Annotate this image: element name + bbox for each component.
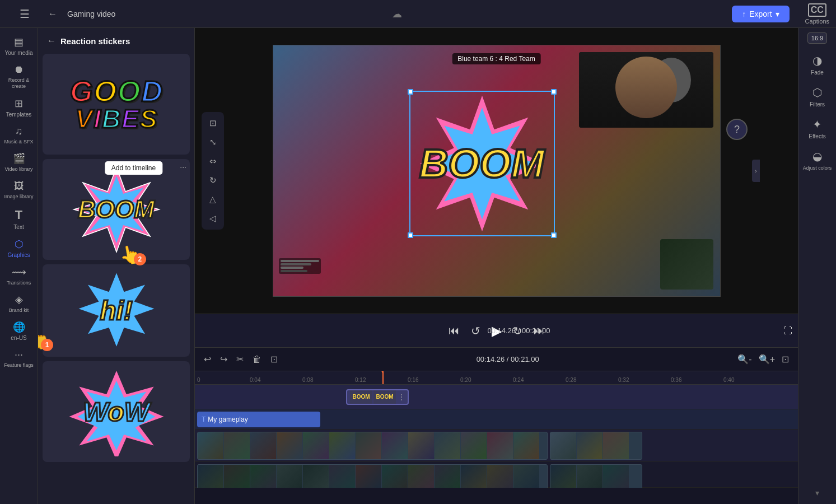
sidebar-label-image-library: Image library — [4, 194, 33, 200]
main-content: ▤ Your media ⏺ Record & create ⊞ Templat… — [0, 28, 836, 504]
rotate-tool-button[interactable]: ↻ — [204, 171, 222, 189]
audio-track — [195, 462, 798, 488]
align-tool-button[interactable]: △ — [204, 190, 222, 208]
audio-frame-8 — [382, 465, 408, 488]
canvas-area: ⊡ ⤡ ⇔ ↻ △ ◁ Blue team 6 : 4 Red Team — [195, 28, 798, 504]
fit-timeline-button[interactable]: ⊡ — [779, 352, 791, 367]
hamburger-button[interactable]: ☰ — [7, 7, 43, 21]
audio-clip-2[interactable] — [550, 464, 642, 488]
cut-button[interactable]: ✂ — [234, 352, 246, 367]
position-tool-button[interactable]: ◁ — [204, 209, 222, 227]
music-icon: ♫ — [15, 125, 23, 137]
sticker-item-good-vibes[interactable]: G O O D V I B E S — [43, 54, 190, 155]
timeline-ruler: 0 0:04 0:08 0:12 0:16 0:20 0:24 0:28 0:3… — [195, 371, 798, 385]
ruler-mark-24: 0:24 — [513, 377, 566, 383]
video-frame-13 — [513, 432, 539, 459]
sidebar-item-en-us[interactable]: 🌐 en-US — [1, 318, 37, 344]
ruler-mark-12: 0:12 — [355, 377, 408, 383]
sticker-more-button-boom[interactable]: ··· — [180, 162, 186, 171]
sticker-item-boom[interactable]: ··· BOOM Add to timeline — [43, 159, 190, 260]
aspect-ratio-badge[interactable]: 16:9 — [807, 32, 827, 44]
sidebar-item-templates[interactable]: ⊞ Templates — [1, 94, 37, 121]
video-frame-3 — [250, 432, 276, 459]
right-panel-filters[interactable]: ⬡ Filters — [800, 81, 835, 112]
sidebar-item-graphics[interactable]: ⬡ Graphics — [1, 235, 37, 262]
right-panel-effects[interactable]: ✦ Effects — [800, 113, 835, 144]
ruler-mark-28: 0:28 — [566, 377, 618, 383]
video-frame-12 — [487, 432, 513, 459]
crop-tool-button[interactable]: ⊡ — [204, 114, 222, 132]
export-button[interactable]: ↑ Export ▾ — [732, 6, 789, 22]
sidebar-item-feature-flags[interactable]: ··· Feature flags — [1, 346, 37, 372]
text-icon: T — [15, 208, 22, 222]
templates-icon: ⊞ — [15, 97, 23, 110]
sticker-item-wow[interactable]: WoW — [43, 361, 190, 462]
video-frame-6 — [329, 432, 355, 459]
right-panel-adjust[interactable]: ◒ Adjust colors — [800, 145, 835, 176]
timeline: ↩ ↪ ✂ 🗑 ⊡ 00:14.26 / 00:21.00 🔍- 🔍+ ⊡ — [195, 347, 798, 504]
ruler-mark-32: 0:32 — [618, 377, 671, 383]
minimap-overlay — [660, 239, 713, 290]
right-panel-fade-label: Fade — [811, 69, 824, 76]
video-track-1 — [195, 430, 798, 462]
sidebar-item-brand-kit[interactable]: ◈ Brand kit — [1, 290, 37, 316]
sidebar-item-transitions[interactable]: ⟿ Transitions — [1, 263, 37, 289]
sidebar-label-your-media: Your media — [4, 50, 32, 56]
sidebar-item-image-library[interactable]: 🖼 Image library — [1, 177, 37, 203]
flip-tool-button[interactable]: ⇔ — [204, 152, 222, 170]
collapse-right-panel-button[interactable]: › — [752, 160, 760, 182]
sticker-panel: ← Reaction stickers G O O D V — [38, 28, 195, 504]
audio-frame-5 — [303, 465, 329, 488]
captions-button[interactable]: CC Captions — [805, 3, 829, 25]
filters-icon: ⬡ — [812, 86, 822, 99]
fullscreen-button[interactable]: ⛶ — [783, 326, 792, 336]
sticker-panel-back-button[interactable]: ← — [47, 36, 56, 46]
video-clip-1[interactable] — [197, 432, 548, 460]
resize-tool-button[interactable]: ⤡ — [204, 133, 222, 151]
video-clip-2[interactable] — [550, 432, 642, 460]
duplicate-button[interactable]: ⊡ — [268, 352, 280, 367]
video-frame-10 — [435, 432, 460, 459]
export-chevron-icon: ▾ — [776, 10, 779, 18]
cloud-save-icon: ☁ — [392, 8, 402, 20]
sidebar-item-record[interactable]: ⏺ Record & create — [1, 60, 37, 93]
sidebar-item-video-library[interactable]: 🎬 Video library — [1, 149, 37, 176]
delete-button[interactable]: 🗑 — [250, 352, 264, 367]
good-vibes-text: G O O D V I B E S — [70, 77, 162, 132]
timeline-content: 0 0:04 0:08 0:12 0:16 0:20 0:24 0:28 0:3… — [195, 371, 798, 504]
language-icon: 🌐 — [13, 321, 25, 333]
time-display: 00:14.26 / 00:21.00 — [487, 326, 550, 335]
sidebar-label-transitions: Transitions — [7, 280, 31, 286]
canvas-boom-sticker[interactable]: BOOM — [409, 91, 555, 236]
text-clip[interactable]: T My gameplay — [197, 412, 320, 427]
your-media-icon: ▤ — [14, 36, 24, 48]
sidebar-item-music[interactable]: ♫ Music & SFX — [1, 122, 37, 148]
video-frame-2 — [224, 432, 250, 459]
video-frame-8 — [382, 432, 408, 459]
timeline-toolbar: ↩ ↪ ✂ 🗑 ⊡ 00:14.26 / 00:21.00 🔍- 🔍+ ⊡ — [195, 348, 798, 371]
sticker-row-3: 👆 1 hi! — [38, 262, 194, 359]
adjust-icon: ◒ — [812, 150, 822, 163]
fade-icon: ◑ — [812, 54, 822, 67]
cursor-1-indicator: 👆 1 — [38, 328, 51, 351]
zoom-out-button[interactable]: 🔍- — [735, 352, 754, 367]
canvas-viewport: ⊡ ⤡ ⇔ ↻ △ ◁ Blue team 6 : 4 Red Team — [195, 28, 798, 314]
sidebar-item-text[interactable]: T Text — [1, 204, 37, 234]
audio-frame-4 — [277, 465, 302, 488]
zoom-in-button[interactable]: 🔍+ — [756, 352, 777, 367]
zoom-controls: 🔍- 🔍+ ⊡ — [735, 352, 791, 367]
sticker-clip[interactable]: BOOM BOOM ⋮ — [346, 389, 409, 405]
right-panel-fade[interactable]: ◑ Fade — [800, 49, 835, 80]
sticker-grid: G O O D V I B E S — [38, 52, 194, 464]
undo-button[interactable]: ↩ — [202, 352, 213, 367]
back-button[interactable]: ← — [48, 9, 57, 19]
skip-back-button[interactable]: ⏮ — [449, 324, 460, 337]
sticker-clip-handle[interactable]: ⋮ — [397, 393, 405, 401]
redo-button[interactable]: ↪ — [218, 352, 230, 367]
rewind-button[interactable]: ↺ — [471, 324, 480, 338]
sidebar-item-your-media[interactable]: ▤ Your media — [1, 32, 37, 59]
sticker-item-hi[interactable]: 👆 1 hi! — [43, 264, 190, 357]
help-button[interactable]: ? — [726, 119, 748, 140]
audio-frame-2 — [224, 465, 250, 488]
audio-clip-1[interactable] — [197, 464, 548, 488]
